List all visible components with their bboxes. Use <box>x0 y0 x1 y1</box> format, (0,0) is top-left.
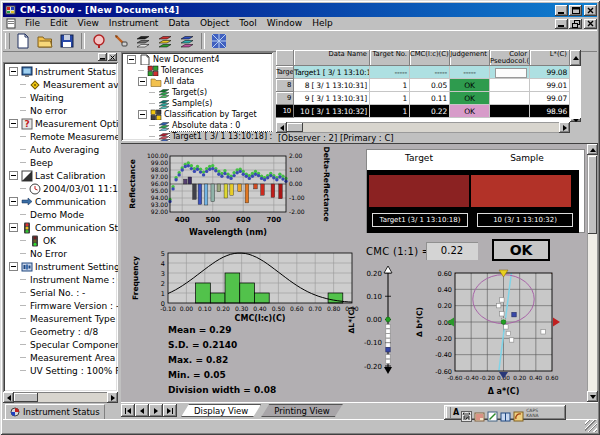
menu-edit[interactable]: Edit <box>45 17 72 30</box>
tree-item-classification-by-target[interactable]: Classification by Target <box>124 109 273 120</box>
table-row-9[interactable]: 99 [ 3/ 1 13:10:31]10.11OK99.07 <box>276 92 581 105</box>
menu-file[interactable]: File <box>20 17 45 30</box>
toolbar-grip[interactable] <box>5 33 10 49</box>
ime-grip[interactable] <box>446 407 451 418</box>
tree-item-waiting[interactable]: Waiting <box>6 91 118 104</box>
panel-title-bar[interactable] <box>3 52 118 62</box>
expand-toggle[interactable] <box>9 119 18 128</box>
canvas-scroll-thumb[interactable] <box>588 156 597 234</box>
ime-dict-icon[interactable] <box>500 407 511 418</box>
canvas-scroll-up[interactable] <box>587 144 598 155</box>
tree-item-auto-averaging[interactable]: Auto Averaging <box>6 143 118 156</box>
ime-kanji-icon[interactable] <box>461 407 472 418</box>
expand-toggle[interactable] <box>9 223 18 232</box>
scroll-thumb[interactable] <box>14 393 38 402</box>
tree-item-tolerances[interactable]: Tolerances <box>124 65 273 76</box>
canvas-scroll-down[interactable] <box>587 391 598 402</box>
tree-item-sample-s[interactable]: Sample(s) <box>124 98 273 109</box>
mdi-close-button[interactable] <box>584 19 597 29</box>
menu-tool[interactable]: Tool <box>234 17 261 30</box>
ime-mode-label[interactable]: A <box>453 408 459 417</box>
close-button[interactable] <box>584 5 597 16</box>
tools-icon[interactable] <box>111 31 131 51</box>
table-row-target[interactable]: TargetTarget1 [ 3/ 1 13:10:18]----------… <box>276 66 581 79</box>
table-scroll-right[interactable] <box>559 122 570 133</box>
expand-toggle[interactable] <box>138 110 147 119</box>
ime-pad-icon[interactable] <box>487 407 498 418</box>
tree-item-no-error[interactable]: No error <box>6 104 118 117</box>
tree-item-2004-03-01-11-17-14[interactable]: 2004/03/01 11:17:14 <box>6 182 118 195</box>
column-header-6[interactable]: L*(C) <box>530 50 570 66</box>
ime-help-icon[interactable] <box>513 407 524 418</box>
tree-item-instrument-status[interactable]: Instrument Status <box>6 65 118 78</box>
expand-toggle[interactable] <box>9 262 18 271</box>
list-multicolor-icon[interactable] <box>177 31 197 51</box>
resize-grip[interactable] <box>585 420 597 432</box>
canvas-vscrollbar[interactable] <box>587 144 598 402</box>
tree-item-measurement-area-m[interactable]: Measurement Area : M <box>6 351 118 364</box>
tree-item-no-error[interactable]: No Error <box>6 247 118 260</box>
tree-item-new-document4[interactable]: New Document4 <box>124 54 273 65</box>
pattern-icon[interactable] <box>209 31 229 51</box>
tab-scroll-last[interactable] <box>163 404 177 417</box>
mdi-restore-button[interactable] <box>569 19 582 29</box>
table-hscrollbar[interactable] <box>276 122 570 133</box>
tree-item-ok[interactable]: OK <box>6 234 118 247</box>
tree-item-communication[interactable]: Communication <box>6 195 118 208</box>
tree-item-absolute-data-0[interactable]: Absolute data : 0 <box>124 120 273 131</box>
open-folder-icon[interactable] <box>35 31 55 51</box>
panel-minimize-button[interactable] <box>98 53 107 61</box>
menu-object[interactable]: Object <box>195 17 234 30</box>
ime-caps-kana-indicator[interactable]: CAPSKANA <box>526 408 538 418</box>
maximize-button[interactable] <box>569 5 582 16</box>
tree-item-all-data[interactable]: All data <box>124 76 273 87</box>
mdi-minimize-button[interactable] <box>555 19 568 29</box>
view-tab-printing-view[interactable]: Printing View <box>261 404 343 417</box>
tree-item-remote-measurement[interactable]: Remote Measurement <box>6 130 118 143</box>
column-header-5[interactable]: ColorPseudocol.(C) <box>490 50 530 66</box>
tree-item-instrument-settings[interactable]: Instrument Settings <box>6 260 118 273</box>
menu-window[interactable]: Window <box>262 17 308 30</box>
tree-item-target1-3-1-13-10-18-10[interactable]: Target1 [ 3/ 1 13:10:18] : 10 <box>124 131 273 141</box>
save-icon[interactable] <box>57 31 77 51</box>
tree-item-serial-no[interactable]: Serial No. : - <box>6 286 118 299</box>
new-document-icon[interactable] <box>13 31 33 51</box>
column-header-2[interactable]: Target No. <box>370 50 410 66</box>
table-row-10[interactable]: 1010 [ 3/ 1 13:10:32]10.22OK98.96 <box>276 105 581 118</box>
table-row-8[interactable]: 88 [ 3/ 1 13:10:31]10.05OK99.01 <box>276 79 581 92</box>
panel-close-button[interactable] <box>108 53 117 61</box>
tree-item-instrument-name-cm[interactable]: Instrument Name : CM- <box>6 273 118 286</box>
tree-item-measurement-type-r[interactable]: Measurement Type : R <box>6 312 118 325</box>
target-measure-icon[interactable] <box>89 31 109 51</box>
expand-toggle[interactable] <box>127 55 136 64</box>
tree-item-target-s[interactable]: Target(s) <box>124 87 273 98</box>
expand-toggle[interactable] <box>9 197 18 206</box>
column-header-3[interactable]: CMC(l:c)(C) <box>410 50 450 66</box>
expand-toggle[interactable] <box>138 77 147 86</box>
instrument-tree-hscrollbar[interactable] <box>3 392 118 403</box>
column-header-1[interactable]: Data Name <box>294 50 370 66</box>
ime-toolbar[interactable]: A CAPSKANA <box>444 405 566 420</box>
menu-view[interactable]: View <box>73 17 104 30</box>
table-scroll-left[interactable] <box>276 122 287 133</box>
table-scroll-thumb[interactable] <box>287 123 303 132</box>
tree-item-firmware-version[interactable]: Firmware Version : - <box>6 299 118 312</box>
menu-help[interactable]: Help <box>307 17 338 30</box>
tree-item-specular-component[interactable]: Specular Component : <box>6 338 118 351</box>
tab-scroll-prev[interactable] <box>135 404 149 417</box>
list-color-icon[interactable] <box>155 31 175 51</box>
minimize-button[interactable] <box>555 5 568 16</box>
view-tab-display-view[interactable]: Display View <box>181 404 261 417</box>
column-header-0[interactable] <box>276 50 294 66</box>
expand-toggle[interactable] <box>9 171 18 180</box>
tree-item-last-calibration[interactable]: Last Calibration <box>6 169 118 182</box>
table-scroll-down[interactable] <box>570 118 581 122</box>
menu-data[interactable]: Data <box>163 17 195 30</box>
tree-item-beep[interactable]: Beep <box>6 156 118 169</box>
tree-item-uv-setting-100-full[interactable]: UV Setting : 100% Full <box>6 364 118 377</box>
tree-item-measurement-options[interactable]: ?Measurement Options <box>6 117 118 130</box>
scroll-left-button[interactable] <box>3 392 14 403</box>
tab-scroll-first[interactable] <box>121 404 135 417</box>
scroll-right-button[interactable] <box>107 392 118 403</box>
title-bar[interactable]: CM-S100w - [New Document4] <box>3 3 597 17</box>
